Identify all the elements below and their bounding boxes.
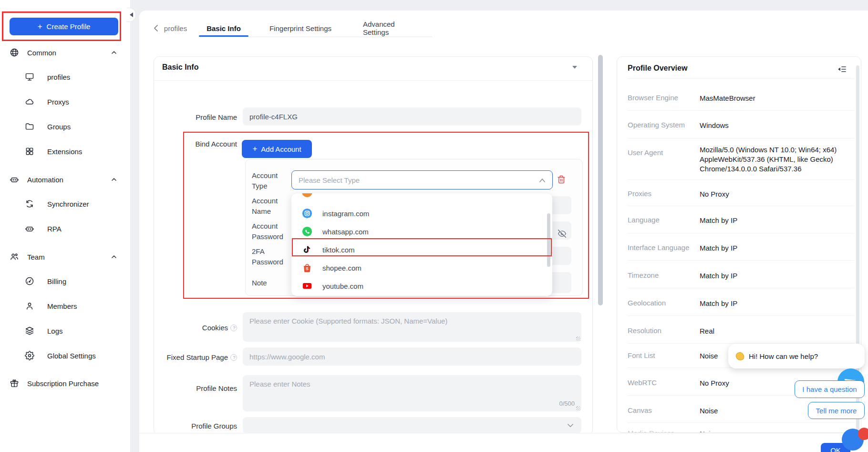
divider [628, 110, 854, 111]
folder-icon [25, 122, 34, 131]
person-icon [25, 301, 34, 311]
overview-row-value: Match by IP [700, 216, 855, 225]
sidebar-item-extensions[interactable]: Extensions [0, 143, 131, 159]
sidebar-collapse-button[interactable] [127, 8, 136, 22]
sidebar-section-common[interactable]: Common [0, 44, 131, 61]
svg-text:S: S [306, 266, 309, 271]
gear-icon [25, 351, 34, 360]
create-profile-button[interactable]: + Create Profile [10, 18, 118, 35]
profile-notes-textarea[interactable] [243, 375, 581, 411]
divider [628, 206, 854, 206]
note-label: Note [252, 278, 267, 288]
back-chevron-icon[interactable] [153, 24, 160, 33]
overview-row-label: Interface Language [628, 243, 689, 252]
add-account-button[interactable]: + Add Account [242, 140, 312, 158]
card-header-divider [154, 80, 592, 81]
overview-row-value: Real [700, 326, 855, 336]
chat-more-button[interactable]: Tell me more [808, 402, 865, 419]
chevron-up-icon [539, 178, 546, 183]
robot-icon [25, 224, 34, 233]
collapse-card-chevron-icon[interactable] [572, 66, 577, 69]
overview-row-label: Browser Engine [628, 94, 678, 102]
sidebar-item-profiles[interactable]: profiles [0, 69, 131, 85]
overview-row-label: Timezone [628, 271, 659, 279]
footer-bar [139, 433, 868, 452]
bind-account-label: Bind Account [143, 140, 237, 148]
profile-name-label: Profile Name [143, 113, 237, 121]
overview-row-label: Canvas [628, 406, 652, 414]
profile-groups-select[interactable] [243, 417, 581, 433]
tab-basic-info[interactable]: Basic Info [199, 23, 248, 33]
overview-row-label: Proxies [628, 189, 651, 198]
profile-groups-label: Profile Groups [143, 422, 237, 430]
add-account-button-label: Add Account [261, 145, 301, 153]
tab-fingerprint-settings[interactable]: Fingerprint Settings [269, 23, 332, 33]
account-type-label: AccountType [252, 170, 278, 191]
layers-icon [25, 326, 34, 336]
dropdown-option-instagram[interactable]: instagram.com [291, 204, 552, 222]
team-icon [10, 252, 19, 262]
main-scrollbar[interactable] [598, 55, 603, 305]
tfa-password-label: 2FAPassword [252, 246, 283, 267]
sidebar-item-synchronizer[interactable]: Synchronizer [0, 196, 131, 212]
sidebar-item-subscription-purchase[interactable]: Subscription Purchase [0, 375, 131, 391]
plus-icon: + [38, 22, 42, 32]
active-tab-underline [199, 35, 248, 37]
shopee-icon: S [302, 263, 312, 273]
divider [628, 179, 854, 180]
overview-row-value: No Proxy [700, 189, 855, 199]
help-icon[interactable] [230, 325, 237, 331]
profile-notes-label: Profile Notes [143, 384, 237, 392]
dropdown-option-tiktok[interactable]: tiktok.com [291, 241, 552, 259]
profile-overview-title: Profile Overview [628, 64, 687, 73]
resize-handle-icon[interactable] [576, 406, 580, 410]
sidebar-section-automation[interactable]: Automation [0, 171, 131, 188]
divider [628, 78, 854, 79]
breadcrumb-profiles-link[interactable]: profiles [161, 23, 190, 33]
sidebar-section-team[interactable]: Team [0, 249, 131, 265]
help-icon[interactable] [230, 354, 237, 361]
overview-row-value: Match by IP [700, 243, 855, 253]
fixed-startup-page-label: Fixed Startup Page [143, 353, 237, 361]
overview-row-label: Geolocation [628, 299, 666, 307]
overview-row-label: Font List [628, 351, 655, 359]
chat-question-button[interactable]: I have a question [795, 380, 865, 398]
account-type-placeholder: Please Select Type [299, 176, 360, 184]
delete-account-trash-icon[interactable] [557, 175, 566, 186]
cookies-textarea[interactable] [243, 312, 581, 342]
divider [628, 260, 854, 261]
account-type-select[interactable]: Please Select Type [291, 170, 553, 189]
overview-row-value: Mozilla/5.0 (Windows NT 10.0; Win64; x64… [700, 145, 855, 174]
tab-advanced-settings[interactable]: Advanced Settings [363, 23, 422, 33]
dropdown-option-whatsapp[interactable]: whatsapp.com [291, 222, 552, 241]
dropdown-option-youtube[interactable]: youtube.com [291, 277, 552, 295]
gift-icon [10, 378, 19, 388]
eye-off-icon[interactable] [558, 230, 566, 239]
collapse-panel-icon[interactable] [837, 65, 846, 74]
account-type-dropdown: instagram.com whatsapp.com tiktok.com S … [291, 193, 552, 296]
dropdown-option-shopee[interactable]: S shopee.com [291, 259, 552, 277]
chevron-up-icon [111, 253, 117, 260]
divider [628, 315, 854, 316]
sidebar-item-billing[interactable]: Billing [0, 273, 131, 289]
grid-icon [25, 147, 34, 156]
overview-row-label: Operating System [628, 121, 685, 129]
sidebar-item-logs[interactable]: Logs [0, 323, 131, 339]
sidebar-item-members[interactable]: Members [0, 298, 131, 314]
fixed-startup-page-input[interactable] [243, 347, 581, 366]
sidebar-item-global-settings[interactable]: Global Settings [0, 347, 131, 364]
sidebar-item-proxys[interactable]: Proxys [0, 94, 131, 110]
sidebar-item-groups[interactable]: Groups [0, 118, 131, 135]
dropdown-scrollbar[interactable] [547, 213, 550, 267]
collapse-arrow-icon [130, 12, 133, 17]
instagram-icon [302, 208, 312, 219]
divider [628, 288, 854, 288]
globe-icon [10, 48, 19, 57]
chevron-up-icon [111, 176, 117, 183]
profile-name-input[interactable] [243, 107, 581, 126]
account-name-label: AccountName [252, 196, 278, 217]
resize-handle-icon[interactable] [576, 336, 580, 341]
sidebar-item-rpa[interactable]: RPA [0, 221, 131, 237]
basic-info-card-title: Basic Info [162, 63, 198, 72]
overview-row-value: Noise [700, 429, 855, 433]
